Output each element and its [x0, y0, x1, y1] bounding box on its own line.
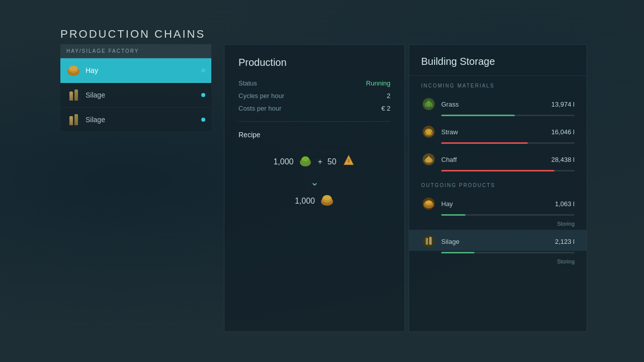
straw-icon	[421, 124, 436, 139]
costs-row: Costs per hour € 2	[238, 105, 390, 112]
building-storage-panel: Building Storage INCOMING MATERIALS Gras…	[409, 44, 587, 332]
grass-icon	[421, 97, 436, 112]
svg-rect-26	[429, 237, 432, 245]
product-item-silage2[interactable]: Silage	[60, 108, 211, 132]
silage-out-name: Silage	[441, 238, 539, 245]
svg-rect-25	[426, 238, 428, 245]
storage-item-hay-out: Hay 1,063 l	[409, 192, 587, 213]
cycles-value: 2	[387, 92, 390, 100]
silage-out-status: Storing	[409, 257, 587, 267]
hay-icon	[66, 63, 80, 77]
hay-out-bar-container	[409, 213, 587, 220]
svg-point-5	[302, 156, 309, 161]
storage-item-chaff: Chaff 28,438 l	[409, 148, 587, 169]
hay-out-status: Storing	[409, 220, 587, 230]
chaff-bar	[441, 170, 575, 171]
svg-rect-8	[348, 159, 350, 163]
costs-value: € 2	[381, 105, 390, 112]
status-value: Running	[366, 79, 390, 87]
product-name-silage1: Silage	[86, 91, 201, 99]
input1-amount: 1,000	[273, 157, 293, 166]
arrow-down-icon: ⌄	[310, 177, 319, 187]
chaff-name: Chaff	[441, 156, 539, 163]
product-list: Hay Silage Silage	[60, 58, 211, 132]
silage-out-icon	[421, 234, 436, 249]
silage-icon-2	[66, 113, 80, 127]
cycles-row: Cycles per hour 2	[238, 92, 390, 100]
product-name-hay: Hay	[86, 66, 201, 74]
divider	[238, 121, 390, 122]
svg-point-24	[423, 235, 435, 247]
recipe-inputs: 1,000 + 50	[273, 154, 355, 170]
status-label: Status	[238, 79, 257, 87]
silage-out-value: 2,123 l	[539, 238, 575, 245]
silage-out-bar-fill	[441, 252, 474, 253]
status-dot-silage2	[201, 118, 205, 122]
recipe-output: 1,000	[295, 193, 334, 209]
hay-out-name: Hay	[441, 200, 539, 208]
straw-name: Straw	[441, 128, 539, 136]
svg-point-11	[323, 195, 331, 200]
factory-label: HAY/SILAGE FACTORY	[60, 44, 211, 58]
status-dot-hay	[201, 68, 205, 72]
grass-bar-fill	[441, 115, 515, 116]
product-item-silage1[interactable]: Silage	[60, 83, 211, 108]
cycles-label: Cycles per hour	[238, 92, 284, 100]
status-dot-silage1	[201, 93, 205, 97]
chaff-bar-fill	[441, 170, 554, 171]
hay-out-icon	[421, 196, 436, 211]
storage-item-straw: Straw 16,046 l	[409, 120, 587, 141]
grass-bar-container	[409, 114, 587, 120]
svg-point-2	[69, 66, 77, 71]
straw-value: 16,046 l	[539, 128, 575, 136]
recipe-area: 1,000 + 50	[238, 149, 390, 214]
incoming-materials-label: INCOMING MATERIALS	[409, 76, 587, 93]
product-item-hay[interactable]: Hay	[60, 58, 211, 83]
hay-out-value: 1,063 l	[539, 200, 575, 208]
input2-icon	[342, 154, 356, 170]
silage-out-bar-container	[409, 251, 587, 257]
production-panel: Production Status Running Cycles per hou…	[224, 44, 405, 332]
silage-icon-1	[66, 88, 80, 102]
production-title: Production	[238, 57, 390, 68]
straw-bar-fill	[441, 142, 528, 144]
chaff-value: 28,438 l	[539, 156, 575, 163]
straw-bar	[441, 142, 575, 144]
grass-name: Grass	[441, 101, 539, 108]
product-name-silage2: Silage	[86, 116, 201, 124]
input1-icon	[298, 154, 312, 170]
chaff-icon	[421, 152, 436, 167]
storage-item-silage-out: Silage 2,123 l	[409, 230, 587, 251]
input2-amount: 50	[328, 157, 337, 166]
building-storage-title: Building Storage	[409, 45, 587, 76]
chaff-bar-container	[409, 169, 587, 175]
grass-bar	[441, 115, 575, 116]
output-icon	[320, 193, 334, 209]
grass-value: 13,974 l	[539, 101, 575, 108]
page-title: PRODUCTION CHAINS	[60, 28, 205, 41]
svg-point-23	[426, 201, 432, 204]
output-amount: 1,000	[295, 197, 315, 206]
recipe-title: Recipe	[238, 131, 390, 139]
left-panel: HAY/SILAGE FACTORY Hay Silage	[60, 44, 211, 332]
costs-label: Costs per hour	[238, 105, 281, 112]
silage-out-bar	[441, 252, 575, 253]
storage-item-grass: Grass 13,974 l	[409, 93, 587, 114]
hay-out-bar-fill	[441, 214, 465, 216]
outgoing-products-label: OUTGOING PRODUCTS	[409, 175, 587, 192]
hay-out-bar	[441, 214, 575, 216]
status-row: Status Running	[238, 79, 390, 87]
plus-sign: +	[317, 157, 322, 166]
straw-bar-container	[409, 141, 587, 148]
